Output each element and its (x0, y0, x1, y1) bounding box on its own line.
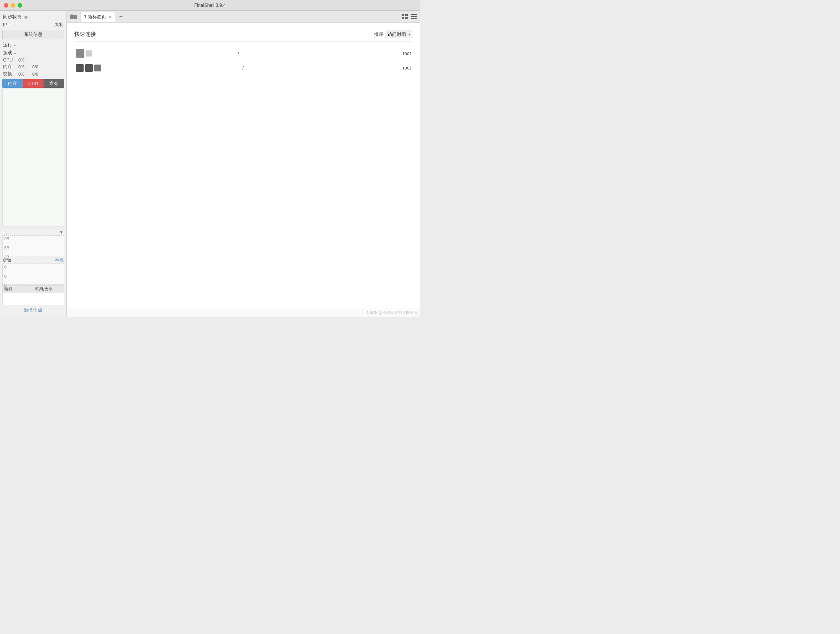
ip-label: IP (3, 22, 7, 27)
svg-rect-2 (402, 14, 404, 16)
tab-cpu[interactable]: CPU (23, 79, 44, 88)
conn-icon-dark-2 (85, 64, 93, 72)
minimize-button[interactable] (11, 3, 15, 8)
swap-value: 0% (14, 72, 24, 76)
swap-stat-row: 交换 0% 0/0 (2, 70, 65, 78)
mem-label: 内存 (3, 63, 14, 70)
monitor-tabs: 内存 CPU 命令 (2, 79, 64, 88)
title-bar: FinalShell 3.9.4 (0, 0, 420, 11)
ping-labels: 0 0 0 (4, 265, 6, 288)
conn-user-1: root (380, 51, 411, 56)
load-value: – (14, 50, 16, 56)
disk-path-label: 路径 (3, 286, 33, 293)
load-label: 负载 (3, 50, 12, 56)
mem-extra: 0/0 (24, 65, 38, 69)
disk-body (3, 293, 64, 305)
ping-header-row: 0ms 本机 (3, 257, 63, 263)
net-label-3b: 3B (4, 255, 9, 259)
connection-item-2[interactable]: / root (74, 61, 412, 75)
tab-memory[interactable]: 内存 (2, 79, 23, 88)
qc-title: 快速连接 (74, 31, 96, 38)
conn-icons-2 (76, 64, 101, 72)
load-row: 负载 – (2, 49, 65, 57)
network-dropdown-icon[interactable]: ▼ (59, 230, 63, 235)
copy-ip-button[interactable]: 复制 (55, 22, 63, 27)
sync-dot (24, 16, 27, 19)
ip-row: IP – 复制 (2, 21, 65, 28)
tab-add-button[interactable]: + (118, 13, 124, 20)
cpu-stat-row: CPU 0% (2, 57, 65, 63)
conn-path-1: / (97, 51, 380, 56)
network-header: ↑ ↓ ▼ (2, 229, 65, 235)
run-label: 运行 (3, 42, 12, 48)
tab-label: 1 新标签页 (84, 14, 106, 20)
sort-wrap[interactable]: 访问时间 (385, 31, 412, 38)
conn-icon-dark-3 (94, 65, 101, 71)
tab-bar: 1 新标签页 ✕ + (67, 11, 420, 23)
app-body: 同步状态 IP – 复制 系统信息 运行 – 负载 – CPU 0% 内存 0%… (0, 11, 420, 317)
list-view-icon[interactable] (411, 14, 417, 20)
ip-dash: – (9, 22, 11, 27)
sys-info-button[interactable]: 系统信息 (2, 30, 64, 39)
ping-host: 本机 (55, 257, 63, 263)
disk-header: 路径 可用/大小 (3, 286, 64, 293)
folder-icon[interactable] (68, 11, 79, 22)
window-controls (4, 3, 22, 8)
maximize-button[interactable] (18, 3, 22, 8)
disk-avail-label: 可用/大小 (33, 286, 64, 293)
monitor-chart (2, 89, 64, 226)
watermark: CSDN @不会写文档的程序员 (67, 309, 420, 317)
net-label-6b: 6B (4, 246, 9, 250)
conn-icon-gray-1 (76, 49, 84, 58)
cpu-label: CPU (3, 57, 14, 63)
conn-user-2: root (380, 65, 411, 71)
sync-status-row: 同步状态 (2, 13, 65, 21)
ping-section: 0ms 本机 (2, 256, 65, 264)
window-title: FinalShell 3.9.4 (194, 3, 226, 8)
qc-header: 快速连接 排序 访问时间 (74, 31, 412, 42)
qc-sort: 排序 访问时间 (374, 31, 412, 38)
sidebar-footer (2, 315, 65, 315)
close-button[interactable] (4, 3, 8, 8)
tab-close-icon[interactable]: ✕ (108, 15, 112, 19)
ping-val-0a: 0 (4, 265, 6, 269)
connection-item[interactable]: / root (74, 46, 412, 61)
svg-rect-1 (70, 15, 73, 16)
divider-1 (2, 228, 65, 228)
conn-icon-dark-1 (76, 64, 84, 72)
swap-extra: 0/0 (24, 72, 38, 76)
network-labels: 9B 6B 3B (4, 236, 9, 259)
svg-rect-4 (402, 17, 404, 19)
mem-value: 0% (14, 65, 24, 69)
svg-rect-0 (70, 15, 77, 19)
conn-path-2: / (106, 65, 380, 71)
activate-button[interactable]: 激活/升级 (2, 306, 65, 315)
sidebar: 同步状态 IP – 复制 系统信息 运行 – 负载 – CPU 0% 内存 0%… (0, 11, 67, 317)
svg-rect-7 (411, 16, 417, 17)
sort-label: 排序 (374, 31, 383, 38)
sync-status-label: 同步状态 (3, 14, 21, 20)
arrow-up-icon: ↑ (3, 230, 5, 235)
quick-connect-panel: 快速连接 排序 访问时间 / ro (67, 23, 420, 309)
svg-rect-3 (405, 14, 408, 16)
tab-bar-right (402, 14, 418, 20)
swap-label: 交换 (3, 71, 14, 77)
tab-command[interactable]: 命令 (44, 79, 64, 88)
run-value: – (14, 42, 16, 48)
conn-icon-light-1 (86, 50, 92, 57)
ping-val-0b: 0 (4, 274, 6, 278)
conn-icons-1 (76, 49, 92, 58)
tab-new-page[interactable]: 1 新标签页 ✕ (81, 12, 115, 22)
sort-select[interactable]: 访问时间 (385, 31, 412, 38)
grid-view-icon[interactable] (402, 14, 408, 20)
mem-stat-row: 内存 0% 0/0 (2, 63, 65, 70)
connection-list: / root / root (74, 46, 412, 75)
net-label-9b: 9B (4, 236, 9, 241)
run-row: 运行 – (2, 41, 65, 49)
svg-rect-6 (411, 14, 417, 15)
ping-val-0c: 0 (4, 283, 6, 288)
arrow-down-icon: ↓ (6, 230, 8, 235)
disk-section: 路径 可用/大小 (2, 285, 64, 305)
network-chart: 9B 6B 3B (2, 235, 64, 256)
main-area: 1 新标签页 ✕ + (67, 11, 420, 317)
